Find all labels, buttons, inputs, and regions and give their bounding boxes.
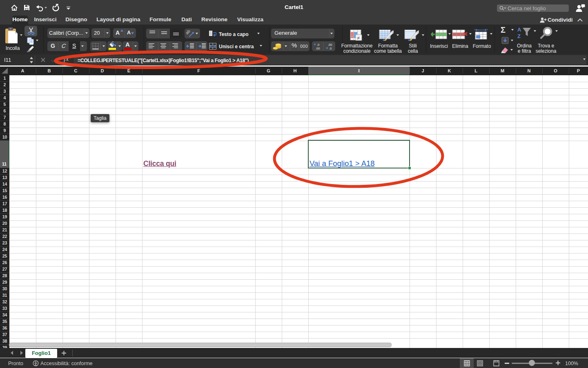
svg-text:≠: ≠ — [357, 35, 360, 41]
svg-text:.0: .0 — [329, 47, 332, 50]
svg-text:Z: Z — [517, 33, 521, 39]
svg-text:ab: ab — [186, 29, 191, 35]
svg-text:.00: .00 — [316, 47, 320, 50]
svg-text:A: A — [517, 27, 521, 33]
